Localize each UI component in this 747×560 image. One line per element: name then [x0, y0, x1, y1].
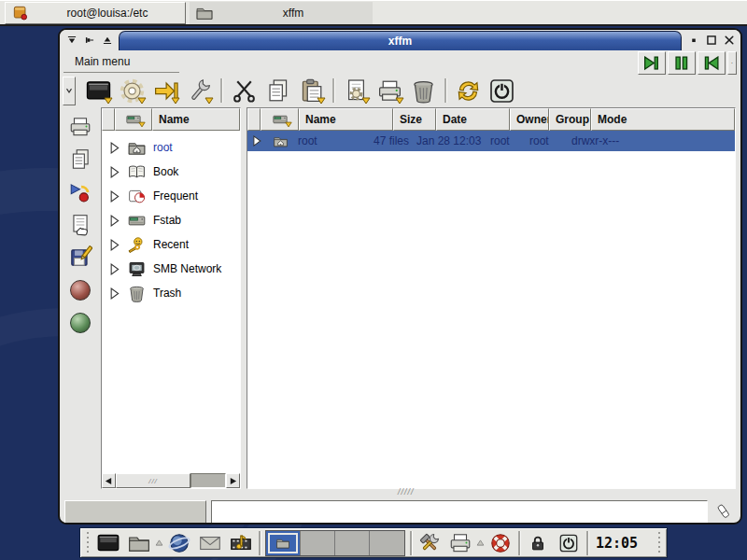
arrow-left-icon — [105, 477, 113, 485]
main-menu-item[interactable]: Main menu — [63, 51, 179, 73]
minimize-button[interactable] — [686, 34, 700, 48]
file-header-group[interactable]: Group — [549, 108, 591, 131]
tools-button[interactable] — [182, 76, 216, 105]
scrollbar-thumb[interactable]: /// — [116, 473, 190, 488]
clear-entry-button[interactable] — [712, 499, 735, 524]
settings-button[interactable] — [115, 76, 148, 105]
tree-item-recent[interactable]: Recent — [102, 232, 240, 257]
workspace-pager — [265, 530, 405, 556]
workspace-1[interactable] — [266, 531, 301, 555]
panel-help-button[interactable] — [487, 530, 514, 556]
side-print-button[interactable] — [66, 114, 94, 140]
panel-browser-button[interactable] — [166, 530, 192, 556]
refresh-button[interactable] — [451, 76, 485, 105]
shade-button[interactable] — [64, 34, 78, 48]
panel-mail-button[interactable] — [197, 530, 223, 556]
drawer-up-icon[interactable] — [155, 539, 163, 547]
panel-media-button[interactable] — [228, 530, 254, 556]
panel-settings-button[interactable] — [416, 530, 443, 556]
panel-quit-button[interactable] — [556, 530, 582, 556]
tree-item-trash[interactable]: Trash — [102, 281, 240, 305]
skip-back-button[interactable] — [698, 51, 726, 75]
book-icon — [127, 162, 147, 182]
titlebar[interactable]: xffm — [60, 30, 740, 50]
toolbar-collapse-button[interactable] — [63, 77, 76, 105]
side-red-sphere-button[interactable] — [66, 277, 94, 303]
side-save-button[interactable] — [66, 245, 94, 271]
file-row-root[interactable]: root 47 files Jan 28 12:03 root root drw… — [247, 131, 735, 151]
xffm-window: xffm Main menu · — [58, 28, 742, 525]
side-green-sphere-button[interactable] — [66, 310, 94, 336]
panel-print-button[interactable] — [447, 530, 473, 556]
expander-icon[interactable] — [108, 141, 120, 155]
nav-extra-button[interactable]: · — [727, 51, 737, 75]
power-icon — [558, 533, 579, 553]
horizontal-scrollbar[interactable]: /// — [102, 473, 240, 488]
workspace-3[interactable] — [335, 531, 370, 555]
panel-terminal-button[interactable] — [95, 530, 121, 556]
tree-item-book[interactable]: Book — [102, 160, 240, 184]
panel-handle[interactable] — [85, 532, 91, 554]
tree-item-label: Recent — [153, 238, 189, 251]
expander-icon[interactable] — [108, 287, 120, 301]
resize-grip[interactable]: ///// — [398, 487, 415, 497]
file-cell-group: root — [528, 134, 570, 147]
pause-button[interactable] — [668, 51, 696, 75]
paste-button[interactable] — [294, 76, 328, 105]
tree-item-smb-network[interactable]: SMB Network — [102, 257, 240, 281]
goto-button[interactable] — [148, 76, 182, 105]
exit-button[interactable] — [485, 76, 518, 105]
workspace-2[interactable] — [301, 531, 335, 555]
taskbar-button-xffm[interactable]: xffm — [190, 2, 373, 24]
home-folder-icon — [127, 138, 147, 158]
drawer-up-icon[interactable] — [476, 539, 485, 547]
file-header-size[interactable]: Size — [393, 108, 436, 131]
dropdown-badge-icon — [361, 97, 371, 105]
drive-icon — [127, 211, 147, 231]
file-header-owner[interactable]: Owner — [510, 108, 549, 131]
side-copy-button[interactable] — [66, 147, 94, 173]
tree-header-icon-col[interactable] — [115, 108, 152, 131]
skip-forward-button[interactable] — [638, 51, 666, 75]
scroll-left-button[interactable] — [102, 473, 116, 488]
file-header-mode[interactable]: Mode — [591, 108, 735, 131]
unshade-button[interactable] — [100, 34, 114, 48]
open-terminal-button[interactable] — [81, 76, 115, 105]
copy-button[interactable] — [261, 76, 294, 105]
print-button[interactable] — [373, 76, 406, 105]
side-differ-button[interactable] — [66, 179, 94, 205]
panel-lock-button[interactable] — [525, 530, 551, 556]
expander-icon[interactable] — [108, 165, 120, 179]
expander-icon[interactable] — [251, 134, 262, 147]
file-header-sort[interactable] — [247, 108, 261, 131]
close-button[interactable] — [722, 34, 736, 48]
tree-header-name[interactable]: Name — [152, 108, 240, 131]
file-header-date[interactable]: Date — [436, 108, 510, 131]
file-header-icon-col[interactable] — [261, 108, 299, 131]
cut-button[interactable] — [227, 76, 261, 105]
maximize-button[interactable] — [704, 34, 718, 48]
expander-icon[interactable] — [108, 238, 120, 252]
command-entry[interactable] — [211, 500, 708, 524]
panel-clock[interactable]: 12:05 — [593, 535, 641, 552]
properties-button[interactable] — [339, 76, 373, 105]
side-select-button[interactable] — [66, 212, 94, 238]
scroll-right-button[interactable] — [226, 473, 240, 488]
expander-icon[interactable] — [108, 214, 120, 228]
file-header-name[interactable]: Name — [299, 108, 393, 131]
trash-button[interactable] — [406, 76, 440, 105]
pin-button[interactable] — [82, 34, 96, 48]
taskbar-button-terminal[interactable]: root@louisa:/etc — [5, 2, 186, 24]
tree-item-frequent[interactable]: Frequent — [102, 184, 240, 208]
tree-header-sort[interactable] — [102, 108, 115, 131]
tree-item-root[interactable]: root — [102, 135, 240, 160]
panel-handle[interactable] — [656, 532, 662, 554]
tree-item-fstab[interactable]: Fstab — [102, 208, 240, 232]
expander-icon[interactable] — [108, 189, 120, 203]
workspace-4[interactable] — [370, 531, 404, 555]
panel-files-button[interactable] — [126, 530, 152, 556]
expander-icon[interactable] — [108, 262, 120, 276]
file-cell-date: Jan 28 12:03 — [415, 134, 488, 147]
panel-separator — [518, 531, 520, 555]
scrollbar-track[interactable] — [190, 473, 226, 488]
